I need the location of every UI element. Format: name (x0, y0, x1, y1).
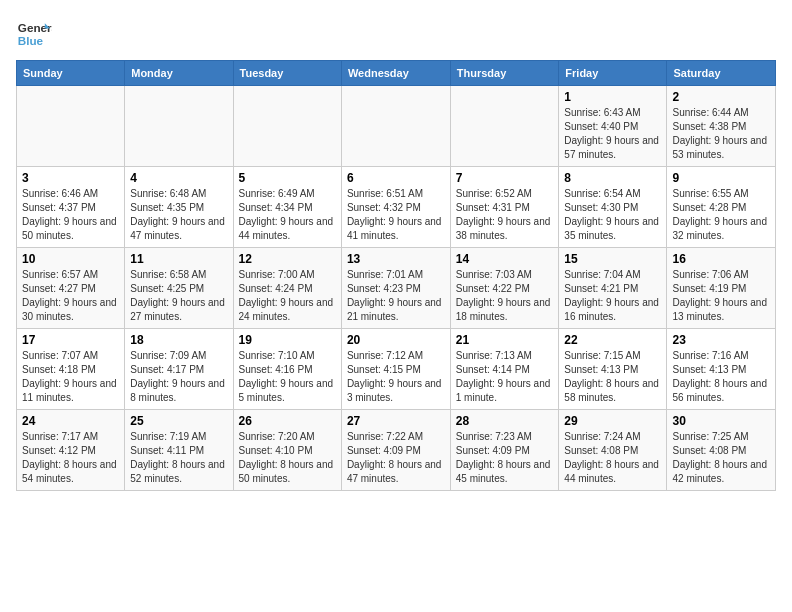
day-number: 14 (456, 252, 554, 266)
day-number: 30 (672, 414, 770, 428)
day-number: 27 (347, 414, 445, 428)
day-info: Sunrise: 7:09 AM Sunset: 4:17 PM Dayligh… (130, 349, 227, 405)
day-info: Sunrise: 6:43 AM Sunset: 4:40 PM Dayligh… (564, 106, 661, 162)
weekday-header-friday: Friday (559, 61, 667, 86)
calendar-cell: 6Sunrise: 6:51 AM Sunset: 4:32 PM Daylig… (341, 167, 450, 248)
weekday-header-wednesday: Wednesday (341, 61, 450, 86)
day-info: Sunrise: 7:00 AM Sunset: 4:24 PM Dayligh… (239, 268, 336, 324)
day-info: Sunrise: 6:58 AM Sunset: 4:25 PM Dayligh… (130, 268, 227, 324)
day-info: Sunrise: 7:04 AM Sunset: 4:21 PM Dayligh… (564, 268, 661, 324)
day-info: Sunrise: 6:55 AM Sunset: 4:28 PM Dayligh… (672, 187, 770, 243)
day-number: 1 (564, 90, 661, 104)
weekday-header-thursday: Thursday (450, 61, 559, 86)
calendar-cell (125, 86, 233, 167)
calendar-cell: 7Sunrise: 6:52 AM Sunset: 4:31 PM Daylig… (450, 167, 559, 248)
day-number: 24 (22, 414, 119, 428)
day-number: 29 (564, 414, 661, 428)
day-info: Sunrise: 7:13 AM Sunset: 4:14 PM Dayligh… (456, 349, 554, 405)
day-number: 15 (564, 252, 661, 266)
day-number: 11 (130, 252, 227, 266)
day-info: Sunrise: 7:22 AM Sunset: 4:09 PM Dayligh… (347, 430, 445, 486)
day-number: 17 (22, 333, 119, 347)
day-number: 9 (672, 171, 770, 185)
calendar-cell: 20Sunrise: 7:12 AM Sunset: 4:15 PM Dayli… (341, 329, 450, 410)
day-number: 25 (130, 414, 227, 428)
day-number: 21 (456, 333, 554, 347)
calendar-cell: 15Sunrise: 7:04 AM Sunset: 4:21 PM Dayli… (559, 248, 667, 329)
day-number: 7 (456, 171, 554, 185)
calendar-cell: 25Sunrise: 7:19 AM Sunset: 4:11 PM Dayli… (125, 410, 233, 491)
calendar-cell: 2Sunrise: 6:44 AM Sunset: 4:38 PM Daylig… (667, 86, 776, 167)
day-info: Sunrise: 7:19 AM Sunset: 4:11 PM Dayligh… (130, 430, 227, 486)
calendar-cell: 11Sunrise: 6:58 AM Sunset: 4:25 PM Dayli… (125, 248, 233, 329)
calendar-cell (17, 86, 125, 167)
day-number: 22 (564, 333, 661, 347)
calendar-cell: 22Sunrise: 7:15 AM Sunset: 4:13 PM Dayli… (559, 329, 667, 410)
logo-icon: General Blue (16, 16, 52, 52)
calendar-cell (450, 86, 559, 167)
calendar-cell: 19Sunrise: 7:10 AM Sunset: 4:16 PM Dayli… (233, 329, 341, 410)
day-info: Sunrise: 7:12 AM Sunset: 4:15 PM Dayligh… (347, 349, 445, 405)
day-info: Sunrise: 6:52 AM Sunset: 4:31 PM Dayligh… (456, 187, 554, 243)
day-info: Sunrise: 7:01 AM Sunset: 4:23 PM Dayligh… (347, 268, 445, 324)
day-info: Sunrise: 7:06 AM Sunset: 4:19 PM Dayligh… (672, 268, 770, 324)
calendar-cell: 24Sunrise: 7:17 AM Sunset: 4:12 PM Dayli… (17, 410, 125, 491)
calendar-cell: 14Sunrise: 7:03 AM Sunset: 4:22 PM Dayli… (450, 248, 559, 329)
calendar-cell: 9Sunrise: 6:55 AM Sunset: 4:28 PM Daylig… (667, 167, 776, 248)
day-info: Sunrise: 7:16 AM Sunset: 4:13 PM Dayligh… (672, 349, 770, 405)
day-info: Sunrise: 7:03 AM Sunset: 4:22 PM Dayligh… (456, 268, 554, 324)
calendar-cell: 4Sunrise: 6:48 AM Sunset: 4:35 PM Daylig… (125, 167, 233, 248)
day-info: Sunrise: 7:15 AM Sunset: 4:13 PM Dayligh… (564, 349, 661, 405)
day-number: 28 (456, 414, 554, 428)
calendar-cell: 5Sunrise: 6:49 AM Sunset: 4:34 PM Daylig… (233, 167, 341, 248)
calendar-cell (341, 86, 450, 167)
day-number: 5 (239, 171, 336, 185)
day-info: Sunrise: 6:46 AM Sunset: 4:37 PM Dayligh… (22, 187, 119, 243)
day-number: 6 (347, 171, 445, 185)
calendar-cell: 8Sunrise: 6:54 AM Sunset: 4:30 PM Daylig… (559, 167, 667, 248)
day-number: 20 (347, 333, 445, 347)
weekday-header-saturday: Saturday (667, 61, 776, 86)
day-number: 16 (672, 252, 770, 266)
day-info: Sunrise: 7:07 AM Sunset: 4:18 PM Dayligh… (22, 349, 119, 405)
day-info: Sunrise: 6:44 AM Sunset: 4:38 PM Dayligh… (672, 106, 770, 162)
day-number: 4 (130, 171, 227, 185)
calendar-cell: 18Sunrise: 7:09 AM Sunset: 4:17 PM Dayli… (125, 329, 233, 410)
day-number: 13 (347, 252, 445, 266)
day-number: 10 (22, 252, 119, 266)
calendar-cell: 12Sunrise: 7:00 AM Sunset: 4:24 PM Dayli… (233, 248, 341, 329)
day-info: Sunrise: 7:25 AM Sunset: 4:08 PM Dayligh… (672, 430, 770, 486)
day-info: Sunrise: 6:51 AM Sunset: 4:32 PM Dayligh… (347, 187, 445, 243)
calendar-cell (233, 86, 341, 167)
svg-text:Blue: Blue (18, 34, 44, 47)
day-info: Sunrise: 6:54 AM Sunset: 4:30 PM Dayligh… (564, 187, 661, 243)
day-info: Sunrise: 6:57 AM Sunset: 4:27 PM Dayligh… (22, 268, 119, 324)
day-info: Sunrise: 7:10 AM Sunset: 4:16 PM Dayligh… (239, 349, 336, 405)
calendar-cell: 27Sunrise: 7:22 AM Sunset: 4:09 PM Dayli… (341, 410, 450, 491)
logo: General Blue (16, 16, 52, 52)
calendar-table: SundayMondayTuesdayWednesdayThursdayFrid… (16, 60, 776, 491)
calendar-cell: 30Sunrise: 7:25 AM Sunset: 4:08 PM Dayli… (667, 410, 776, 491)
calendar-cell: 29Sunrise: 7:24 AM Sunset: 4:08 PM Dayli… (559, 410, 667, 491)
day-info: Sunrise: 6:49 AM Sunset: 4:34 PM Dayligh… (239, 187, 336, 243)
day-number: 3 (22, 171, 119, 185)
calendar-cell: 17Sunrise: 7:07 AM Sunset: 4:18 PM Dayli… (17, 329, 125, 410)
calendar-cell: 13Sunrise: 7:01 AM Sunset: 4:23 PM Dayli… (341, 248, 450, 329)
weekday-header-monday: Monday (125, 61, 233, 86)
calendar-cell: 21Sunrise: 7:13 AM Sunset: 4:14 PM Dayli… (450, 329, 559, 410)
weekday-header-sunday: Sunday (17, 61, 125, 86)
header: General Blue (16, 16, 776, 52)
calendar-cell: 16Sunrise: 7:06 AM Sunset: 4:19 PM Dayli… (667, 248, 776, 329)
day-number: 12 (239, 252, 336, 266)
day-info: Sunrise: 7:23 AM Sunset: 4:09 PM Dayligh… (456, 430, 554, 486)
day-number: 2 (672, 90, 770, 104)
day-number: 19 (239, 333, 336, 347)
day-number: 8 (564, 171, 661, 185)
day-info: Sunrise: 7:24 AM Sunset: 4:08 PM Dayligh… (564, 430, 661, 486)
weekday-header-tuesday: Tuesday (233, 61, 341, 86)
calendar-cell: 10Sunrise: 6:57 AM Sunset: 4:27 PM Dayli… (17, 248, 125, 329)
day-info: Sunrise: 7:17 AM Sunset: 4:12 PM Dayligh… (22, 430, 119, 486)
calendar-cell: 1Sunrise: 6:43 AM Sunset: 4:40 PM Daylig… (559, 86, 667, 167)
day-number: 18 (130, 333, 227, 347)
calendar-cell: 23Sunrise: 7:16 AM Sunset: 4:13 PM Dayli… (667, 329, 776, 410)
